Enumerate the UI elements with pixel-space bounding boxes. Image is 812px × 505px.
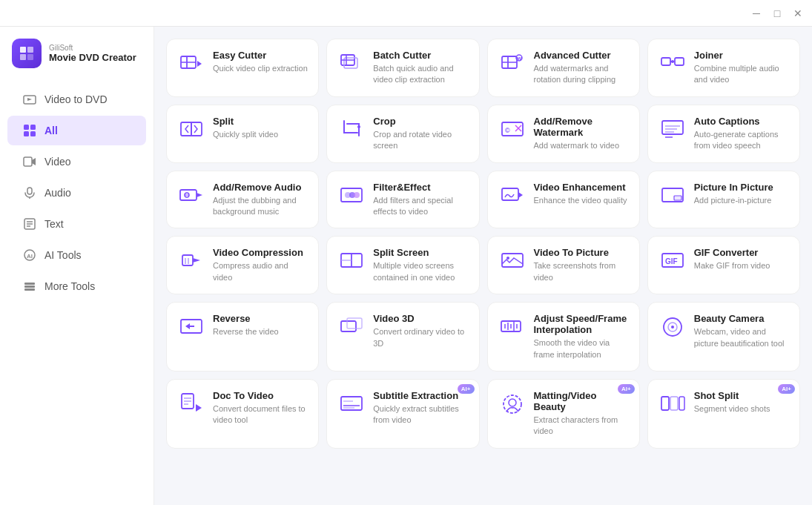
add-remove-audio-text: Add/Remove AudioAdjust the dubbing and b…: [213, 182, 308, 218]
easy-cutter-icon: [177, 50, 205, 78]
tools-grid: Easy CutterQuick video clip extractionBa…: [166, 39, 800, 449]
tool-card-video-enhancement[interactable]: Video EnhancementEnhance the video quali…: [487, 171, 640, 229]
advanced-cutter-icon: W: [498, 50, 527, 78]
tool-card-adjust-speed[interactable]: Adjust Speed/Frame InterpolationSmooth t…: [487, 302, 640, 372]
more-tools-icon: [22, 279, 37, 294]
subtitle-extraction-text: Subtitle ExtractionQuickly extract subti…: [373, 390, 468, 426]
svg-rect-7: [24, 131, 29, 136]
tool-card-add-remove-watermark[interactable]: ©Add/Remove WatermarkAdd watermark to vi…: [487, 105, 640, 163]
svg-rect-33: [661, 58, 670, 65]
video-enhancement-icon: [498, 182, 527, 210]
split-screen-text: Split ScreenMultiple video screens conta…: [373, 247, 468, 283]
gif-converter-icon: GIF: [658, 247, 687, 275]
tool-card-beauty-camera[interactable]: Beauty CameraWebcam, video and picture b…: [647, 302, 800, 372]
shot-split-name: Shot Split: [694, 390, 789, 401]
close-button[interactable]: ✕: [793, 8, 803, 19]
audio-icon: [22, 185, 37, 200]
tool-card-doc-to-video[interactable]: Doc To VideoConvert document files to vi…: [166, 379, 319, 449]
video-to-picture-icon: [498, 247, 527, 275]
matting-video-beauty-name: Matting/Video Beauty: [534, 390, 629, 412]
gif-converter-name: GIF Converter: [694, 247, 789, 258]
tool-card-easy-cutter[interactable]: Easy CutterQuick video clip extraction: [166, 39, 319, 97]
easy-cutter-name: Easy Cutter: [213, 50, 308, 61]
tool-card-video-to-picture[interactable]: Video To PictureTake screenshots from vi…: [487, 236, 640, 294]
tool-card-shot-split[interactable]: Shot SplitSegment video shotsAI+: [647, 379, 800, 449]
matting-video-beauty-desc: Extract characters from video: [534, 415, 629, 438]
tool-card-video-3d[interactable]: Video 3DConvert ordinary video to 3D: [326, 302, 479, 372]
tool-card-video-compression[interactable]: Video CompressionCompress audio and vide…: [166, 236, 319, 294]
batch-cutter-name: Batch Cutter: [373, 50, 468, 61]
svg-rect-9: [24, 157, 32, 166]
subtitle-extraction-ai-badge: AI+: [458, 384, 475, 394]
split-desc: Quickly split video: [213, 129, 308, 140]
maximize-button[interactable]: □: [772, 8, 782, 19]
sidebar-label-ai-tools: AI Tools: [44, 249, 82, 261]
matting-video-beauty-text: Matting/Video BeautyExtract characters f…: [534, 390, 629, 438]
tool-card-advanced-cutter[interactable]: WAdvanced CutterAdd watermarks and rotat…: [487, 39, 640, 97]
tool-card-matting-video-beauty[interactable]: Matting/Video BeautyExtract characters f…: [487, 379, 640, 449]
svg-rect-34: [675, 58, 684, 65]
doc-to-video-desc: Convert document files to video tool: [213, 403, 308, 426]
sidebar-item-video[interactable]: Video: [7, 147, 146, 176]
sidebar-item-text[interactable]: Text: [7, 209, 146, 239]
tool-card-gif-converter[interactable]: GIFGIF ConverterMake GIF from video: [647, 236, 800, 294]
crop-desc: Crop and rotate video screen: [373, 129, 468, 152]
joiner-desc: Combine multiple audio and video: [694, 63, 789, 86]
logo-icon: [12, 39, 42, 68]
filter-effect-desc: Add filters and special effects to video: [373, 195, 468, 218]
svg-rect-19: [24, 285, 35, 288]
sidebar-item-ai-tools[interactable]: AI AI Tools: [7, 240, 146, 270]
svg-rect-56: [502, 188, 518, 200]
video-3d-desc: Convert ordinary video to 3D: [373, 326, 468, 349]
svg-rect-85: [670, 397, 678, 410]
sidebar-item-audio[interactable]: Audio: [7, 178, 146, 208]
tool-card-batch-cutter[interactable]: Batch CutterBatch quick audio and video …: [326, 39, 479, 97]
beauty-camera-icon: [658, 313, 687, 341]
grid-icon: [22, 123, 37, 138]
joiner-name: Joiner: [694, 50, 789, 61]
add-remove-watermark-text: Add/Remove WatermarkAdd watermark to vid…: [534, 116, 629, 151]
video-compression-desc: Compress audio and video: [213, 260, 308, 283]
video-compression-name: Video Compression: [213, 247, 308, 258]
crop-name: Crop: [373, 116, 468, 127]
svg-point-36: [671, 60, 674, 63]
video-enhancement-name: Video Enhancement: [534, 182, 629, 193]
svg-point-39: [357, 125, 360, 128]
window-controls: ─ □ ✕: [751, 8, 803, 19]
batch-cutter-text: Batch CutterBatch quick audio and video …: [373, 50, 468, 86]
video-enhancement-text: Video EnhancementEnhance the video quali…: [534, 182, 629, 206]
gif-converter-desc: Make GIF from video: [694, 260, 789, 271]
matting-video-beauty-ai-badge: AI+: [618, 384, 635, 394]
minimize-button[interactable]: ─: [751, 8, 762, 19]
svg-text:GIF: GIF: [665, 257, 678, 265]
tool-card-picture-in-picture[interactable]: Picture In PictureAdd picture-in-picture: [647, 171, 800, 229]
tool-card-split-screen[interactable]: Split ScreenMultiple video screens conta…: [326, 236, 479, 294]
video-icon: [22, 154, 37, 169]
filter-effect-icon: [337, 182, 366, 210]
doc-to-video-icon: [177, 390, 205, 418]
svg-rect-69: [347, 318, 362, 329]
sidebar-item-all[interactable]: All: [7, 116, 146, 145]
tool-card-auto-captions[interactable]: Auto CaptionsAuto-generate captions from…: [647, 105, 800, 163]
svg-rect-84: [661, 397, 669, 410]
tool-card-joiner[interactable]: JoinerCombine multiple audio and video: [647, 39, 800, 97]
tool-card-filter-effect[interactable]: Filter&EffectAdd filters and special eff…: [326, 171, 479, 229]
svg-rect-6: [30, 125, 36, 130]
svg-point-55: [354, 192, 360, 198]
auto-captions-desc: Auto-generate captions from video speech: [694, 129, 789, 152]
tool-card-crop[interactable]: CropCrop and rotate video screen: [326, 105, 479, 163]
add-remove-watermark-desc: Add watermark to video: [534, 140, 629, 151]
crop-text: CropCrop and rotate video screen: [373, 116, 468, 152]
sidebar-item-more-tools[interactable]: More Tools: [7, 271, 146, 301]
tool-card-split[interactable]: SplitQuickly split video: [166, 105, 319, 163]
gif-converter-text: GIF ConverterMake GIF from video: [694, 247, 789, 271]
tool-card-add-remove-audio[interactable]: Add/Remove AudioAdjust the dubbing and b…: [166, 171, 319, 229]
advanced-cutter-name: Advanced Cutter: [534, 50, 629, 61]
tool-card-reverse[interactable]: ReverseReverse the video: [166, 302, 319, 372]
advanced-cutter-desc: Add watermarks and rotation during clipp…: [534, 63, 629, 86]
title-bar: ─ □ ✕: [0, 0, 812, 27]
video-to-picture-text: Video To PictureTake screenshots from vi…: [534, 247, 629, 283]
split-name: Split: [213, 116, 308, 127]
tool-card-subtitle-extraction[interactable]: Subtitle ExtractionQuickly extract subti…: [326, 379, 479, 449]
sidebar-item-video-to-dvd[interactable]: Video to DVD: [7, 85, 146, 114]
